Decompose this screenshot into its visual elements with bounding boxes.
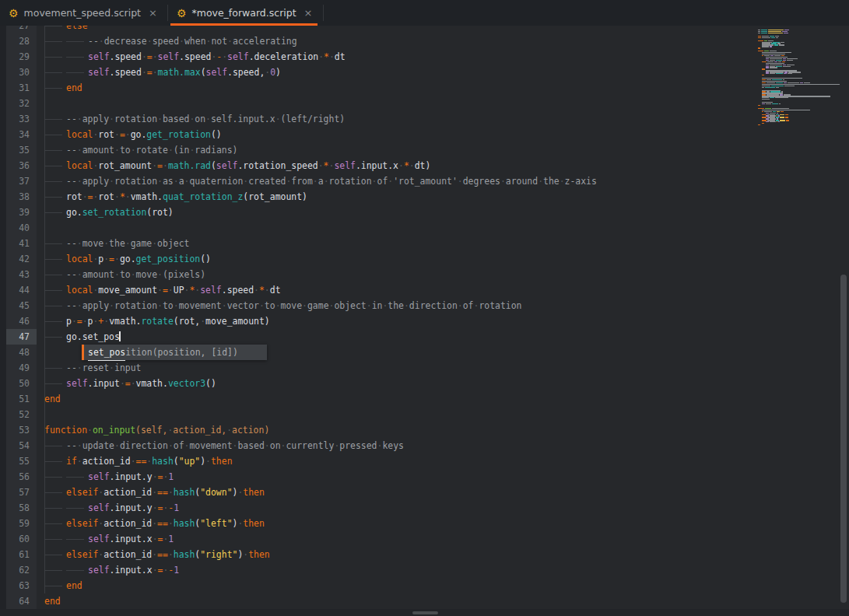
code-line[interactable]: end [37, 391, 849, 407]
line-number[interactable]: 28 [0, 33, 37, 49]
tab-whitespace-dash [44, 173, 66, 189]
line-number[interactable]: 30 [0, 65, 37, 80]
tab-move-forward-script[interactable]: ⚙ *move_forward.script × [168, 0, 323, 26]
tab-whitespace-dash [44, 142, 66, 158]
line-number[interactable]: 55 [0, 453, 37, 469]
code-line[interactable]: elseif·action_id·==·hash("down")·then [37, 485, 849, 500]
minimap[interactable] [758, 30, 845, 126]
code-line[interactable]: go.set_rotation(rot) [37, 205, 849, 220]
autocomplete-rest-text: ition(position, [id]) [125, 345, 238, 360]
code-line[interactable]: --·amount·to·rotate·(in·radians) [37, 142, 849, 158]
code-line[interactable]: --·update·direction·of·movement·based·on… [37, 438, 849, 453]
line-number[interactable]: 64 [0, 593, 37, 609]
minimap-segment [780, 114, 784, 115]
line-number[interactable]: 33 [0, 111, 37, 127]
tab-whitespace-dash [44, 127, 66, 142]
code-line[interactable]: --·move·the·game·object [37, 236, 849, 251]
tab-movement-speed-script[interactable]: ⚙ movement_speed.script × [0, 0, 167, 26]
line-number[interactable]: 61 [0, 547, 37, 562]
line-number[interactable]: 57 [0, 485, 37, 500]
code-line[interactable]: --·apply·rotation·as·a·quaternion·create… [37, 173, 849, 189]
line-number[interactable]: 59 [0, 516, 37, 531]
code-line[interactable]: if·action_id·==·hash("up")·then [37, 453, 849, 469]
code-line[interactable]: self.input.x·=·1 [37, 531, 849, 547]
code-line[interactable]: p·=·p·+·vmath.rotate(rot,·move_amount) [37, 313, 849, 329]
tab-whitespace-dash [44, 531, 66, 547]
tab-whitespace-dash [66, 49, 88, 65]
horizontal-scrollbar-thumb[interactable] [412, 611, 438, 614]
line-number[interactable]: 48 [0, 345, 37, 360]
line-number[interactable]: 62 [0, 562, 37, 578]
code-line[interactable]: else [37, 26, 849, 33]
code-line[interactable]: self.input·=·vmath.vector3() [37, 376, 849, 391]
minimap-segment [768, 33, 783, 33]
line-number[interactable]: 56 [0, 469, 37, 485]
line-number[interactable]: 38 [0, 189, 37, 205]
code-line[interactable]: self.input.y·=·-1 [37, 500, 849, 516]
code-line[interactable]: --·reset·input [37, 360, 849, 376]
line-number[interactable]: 58 [0, 500, 37, 516]
autocomplete-item[interactable]: set_position(position, [id]) [82, 345, 267, 360]
minimap-segment [762, 103, 765, 104]
line-number[interactable]: 54 [0, 438, 37, 453]
code-line[interactable]: function·on_input(self,·action_id,·actio… [37, 422, 849, 438]
line-number[interactable]: 51 [0, 391, 37, 407]
code-area[interactable]: else--·decrease·speed·when·not·accelerat… [37, 26, 849, 609]
code-line[interactable]: --·apply·rotation·to·movement·vector·to·… [37, 298, 849, 313]
line-number[interactable]: 53 [0, 422, 37, 438]
tab-whitespace-dash [44, 251, 66, 267]
code-line[interactable]: end [37, 593, 849, 609]
code-line[interactable]: local·p·=·go.get_position() [37, 251, 849, 267]
code-line[interactable] [37, 407, 849, 422]
line-number[interactable]: 32 [0, 96, 37, 111]
line-number[interactable]: 39 [0, 205, 37, 220]
line-number[interactable]: 37 [0, 173, 37, 189]
line-number[interactable]: 46 [0, 313, 37, 329]
line-number[interactable]: 60 [0, 531, 37, 547]
code-line[interactable]: --·amount·to·move·(pixels) [37, 267, 849, 282]
vertical-scrollbar-thumb[interactable] [840, 275, 847, 603]
line-number[interactable]: 27 [0, 26, 37, 33]
tab-whitespace-dash [44, 236, 66, 251]
autocomplete-popup: set_position(position, [id]) [82, 345, 267, 360]
line-number[interactable]: 42 [0, 251, 37, 267]
line-number[interactable]: 36 [0, 158, 37, 173]
code-line[interactable]: elseif·action_id·==·hash("right")·then [37, 547, 849, 562]
code-line[interactable]: end [37, 80, 849, 96]
line-number[interactable]: 45 [0, 298, 37, 313]
code-line[interactable] [37, 220, 849, 236]
line-number[interactable]: 63 [0, 578, 37, 593]
line-number[interactable]: 35 [0, 142, 37, 158]
code-line[interactable]: go.set_pos [37, 329, 849, 345]
line-number[interactable]: 50 [0, 376, 37, 391]
line-number[interactable]: 44 [0, 282, 37, 298]
code-line[interactable] [37, 96, 849, 111]
code-line[interactable]: end [37, 578, 849, 593]
code-line[interactable]: local·rot_amount·=·math.rad(self.rotatio… [37, 158, 849, 173]
tab-whitespace-dash [66, 469, 88, 485]
line-number[interactable]: 49 [0, 360, 37, 376]
code-line[interactable]: elseif·action_id·==·hash("left")·then [37, 516, 849, 531]
line-number[interactable]: 47 [6, 329, 37, 345]
code-line[interactable]: self.input.y·=·1 [37, 469, 849, 485]
line-number[interactable]: 34 [0, 127, 37, 142]
code-line[interactable]: local·move_amount·=·UP·*·self.speed·*·dt [37, 282, 849, 298]
line-number[interactable]: 43 [0, 267, 37, 282]
minimap-segment [770, 121, 776, 122]
code-line[interactable]: rot·=·rot·*·vmath.quat_rotation_z(rot_am… [37, 189, 849, 205]
code-line[interactable]: self.input.x·=·-1 [37, 562, 849, 578]
line-number[interactable]: 40 [0, 220, 37, 236]
close-icon[interactable]: × [149, 7, 157, 19]
minimap-segment [758, 37, 761, 38]
line-number[interactable]: 29 [0, 49, 37, 65]
code-line[interactable]: self.speed·=·math.max(self.speed,·0) [37, 65, 849, 80]
code-line[interactable]: local·rot·=·go.get_rotation() [37, 127, 849, 142]
line-number[interactable]: 31 [0, 80, 37, 96]
code-line[interactable]: self.speed·=·self.speed·-·self.decelerat… [37, 49, 849, 65]
code-line[interactable]: --·apply·rotation·based·on·self.input.x·… [37, 111, 849, 127]
line-number[interactable]: 41 [0, 236, 37, 251]
line-number[interactable]: 52 [0, 407, 37, 422]
code-editor[interactable]: 2728293031323334353637383940414243444546… [0, 26, 849, 609]
close-icon[interactable]: × [304, 7, 313, 19]
code-line[interactable]: --·decrease·speed·when·not·accelerating [37, 33, 849, 49]
